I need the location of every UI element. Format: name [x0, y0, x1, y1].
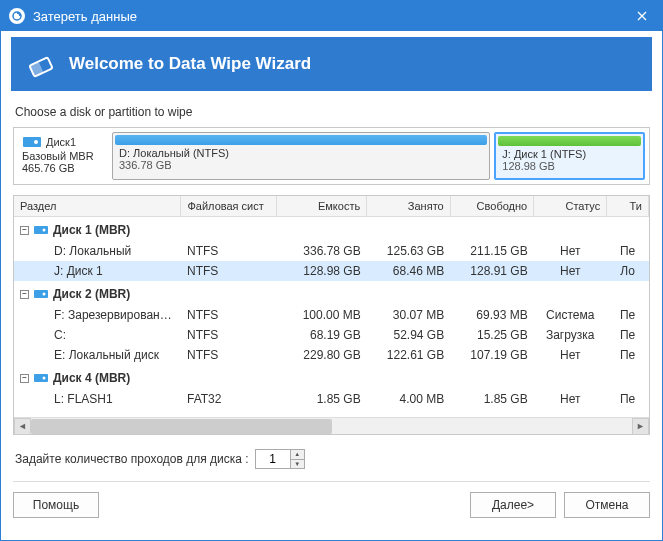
cell-label: F: Зарезервировано си… — [14, 305, 181, 325]
cell-used: 125.63 GB — [367, 241, 450, 261]
cell-label: E: Локальный диск — [14, 345, 181, 365]
footer: Помощь Далее> Отмена — [13, 481, 650, 528]
cell-used: 122.61 GB — [367, 345, 450, 365]
eraser-icon — [25, 47, 59, 81]
partition-row[interactable]: D: ЛокальныйNTFS336.78 GB125.63 GB211.15… — [14, 241, 649, 261]
scroll-track[interactable] — [31, 418, 632, 435]
wizard-title: Welcome to Data Wipe Wizard — [69, 54, 311, 74]
cell-capacity: 100.00 MB — [277, 305, 367, 325]
cell-free: 107.19 GB — [450, 345, 533, 365]
cell-status: Нет — [534, 241, 607, 261]
passes-spinner[interactable]: ▲ ▼ — [255, 449, 305, 469]
cell-fs: NTFS — [181, 261, 277, 281]
cell-status: Загрузка — [534, 325, 607, 345]
spin-up[interactable]: ▲ — [291, 450, 304, 460]
cell-free: 1.85 GB — [450, 389, 533, 409]
cell-fs: NTFS — [181, 325, 277, 345]
usage-bar — [115, 135, 487, 145]
partition-table: Раздел Файловая сист Емкость Занято Своб… — [13, 195, 650, 435]
col-partition[interactable]: Раздел — [14, 196, 181, 217]
help-button[interactable]: Помощь — [13, 492, 99, 518]
cell-free: 69.93 MB — [450, 305, 533, 325]
scroll-thumb[interactable] — [31, 419, 332, 434]
partition-label: D: Локальный (NTFS) — [115, 147, 487, 159]
cell-status: Нет — [534, 345, 607, 365]
partition-row[interactable]: C:NTFS68.19 GB52.94 GB15.25 GBЗагрузкаПе — [14, 325, 649, 345]
cell-label: L: FLASH1 — [14, 389, 181, 409]
cell-capacity: 336.78 GB — [277, 241, 367, 261]
next-button[interactable]: Далее> — [470, 492, 556, 518]
partition-label: J: Диск 1 (NTFS) — [498, 148, 641, 160]
disk-icon — [22, 134, 42, 150]
cell-label: C: — [14, 325, 181, 345]
disk-map: Диск1 Базовый MBR 465.76 GB D: Локальный… — [13, 127, 650, 185]
cell-label: D: Локальный — [14, 241, 181, 261]
col-free[interactable]: Свободно — [450, 196, 533, 217]
window-title: Затереть данные — [33, 9, 622, 24]
cell-type: Пе — [607, 389, 649, 409]
cell-free: 15.25 GB — [450, 325, 533, 345]
app-icon — [9, 8, 25, 24]
partition-box[interactable]: D: Локальный (NTFS)336.78 GB — [112, 132, 490, 180]
col-status[interactable]: Статус — [534, 196, 607, 217]
partition-row[interactable]: L: FLASH1FAT321.85 GB4.00 MB1.85 GBНетПе — [14, 389, 649, 409]
partition-box[interactable]: J: Диск 1 (NTFS)128.98 GB — [494, 132, 645, 180]
cell-type: Ло — [607, 261, 649, 281]
cancel-button[interactable]: Отмена — [564, 492, 650, 518]
disk-type: Базовый MBR — [22, 150, 94, 162]
passes-label: Задайте количество проходов для диска : — [15, 452, 249, 466]
cell-used: 52.94 GB — [367, 325, 450, 345]
collapse-icon[interactable]: − — [20, 290, 29, 299]
titlebar: Затереть данные — [1, 1, 662, 31]
svg-rect-9 — [34, 374, 48, 382]
disk-size: 465.76 GB — [22, 162, 75, 174]
disk-name: Диск1 — [46, 136, 76, 148]
cell-type: Пе — [607, 241, 649, 261]
spin-down[interactable]: ▼ — [291, 460, 304, 469]
cell-type: Пе — [607, 305, 649, 325]
disk-group-row[interactable]: −Диск 2 (MBR) — [14, 281, 649, 305]
cell-status: Нет — [534, 389, 607, 409]
cell-used: 68.46 MB — [367, 261, 450, 281]
wizard-header: Welcome to Data Wipe Wizard — [11, 37, 652, 91]
collapse-icon[interactable]: − — [20, 374, 29, 383]
svg-rect-7 — [34, 290, 48, 298]
close-button[interactable] — [622, 1, 662, 31]
instruction-text: Choose a disk or partition to wipe — [15, 105, 650, 119]
svg-point-8 — [43, 293, 46, 296]
cell-fs: NTFS — [181, 345, 277, 365]
passes-input[interactable] — [256, 450, 290, 468]
cell-used: 30.07 MB — [367, 305, 450, 325]
cell-label: J: Диск 1 — [14, 261, 181, 281]
col-used[interactable]: Занято — [367, 196, 450, 217]
horizontal-scrollbar[interactable]: ◄ ► — [14, 417, 649, 434]
svg-point-4 — [34, 140, 38, 144]
cell-status: Система — [534, 305, 607, 325]
disk-group-row[interactable]: −Диск 1 (MBR) — [14, 217, 649, 242]
collapse-icon[interactable]: − — [20, 226, 29, 235]
cell-used: 4.00 MB — [367, 389, 450, 409]
col-capacity[interactable]: Емкость — [277, 196, 367, 217]
cell-capacity: 1.85 GB — [277, 389, 367, 409]
partition-row[interactable]: F: Зарезервировано си…NTFS100.00 MB30.07… — [14, 305, 649, 325]
drive-icon — [33, 288, 49, 300]
svg-rect-3 — [23, 137, 41, 147]
cell-type: Пе — [607, 345, 649, 365]
table-header-row: Раздел Файловая сист Емкость Занято Своб… — [14, 196, 649, 217]
scroll-right-button[interactable]: ► — [632, 418, 649, 435]
scroll-left-button[interactable]: ◄ — [14, 418, 31, 435]
passes-row: Задайте количество проходов для диска : … — [15, 449, 648, 469]
partition-row[interactable]: J: Диск 1NTFS128.98 GB68.46 MB128.91 GBН… — [14, 261, 649, 281]
col-type[interactable]: Ти — [607, 196, 649, 217]
cell-fs: FAT32 — [181, 389, 277, 409]
cell-fs: NTFS — [181, 241, 277, 261]
disk-summary: Диск1 Базовый MBR 465.76 GB — [18, 132, 108, 180]
col-fs[interactable]: Файловая сист — [181, 196, 277, 217]
drive-icon — [33, 372, 49, 384]
disk-group-row[interactable]: −Диск 4 (MBR) — [14, 365, 649, 389]
cell-type: Пе — [607, 325, 649, 345]
svg-point-10 — [43, 377, 46, 380]
partition-row[interactable]: E: Локальный дискNTFS229.80 GB122.61 GB1… — [14, 345, 649, 365]
svg-rect-5 — [34, 226, 48, 234]
cell-capacity: 68.19 GB — [277, 325, 367, 345]
